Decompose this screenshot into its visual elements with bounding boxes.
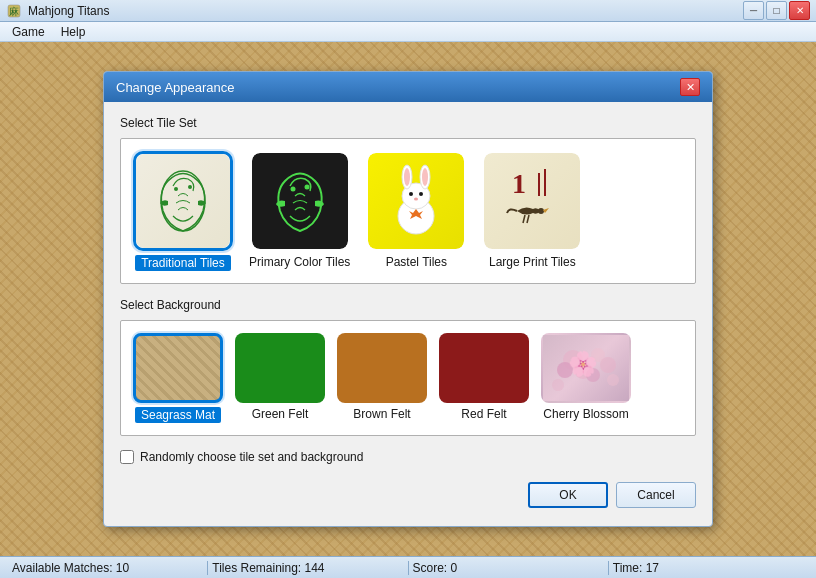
- svg-point-19: [538, 208, 544, 214]
- svg-point-13: [409, 192, 413, 196]
- bg-label-seagrass: Seagrass Mat: [135, 407, 221, 423]
- tile-grid: Traditional Tiles: [133, 151, 683, 271]
- svg-point-11: [404, 168, 410, 186]
- dialog-body: Select Tile Set: [104, 102, 712, 526]
- bg-item-brown[interactable]: Brown Felt: [337, 333, 427, 421]
- svg-point-3: [174, 187, 178, 191]
- minimize-button[interactable]: ─: [743, 1, 764, 20]
- bg-label-brown: Brown Felt: [353, 407, 410, 421]
- svg-point-23: [557, 362, 573, 378]
- svg-text:麻: 麻: [9, 6, 19, 17]
- tile-item-primary[interactable]: Primary Color Tiles: [249, 151, 350, 269]
- bg-thumb-red: [439, 333, 529, 403]
- svg-point-28: [607, 374, 619, 386]
- svg-point-5: [290, 187, 295, 192]
- bg-thumb-seagrass: [133, 333, 223, 403]
- bg-item-cherry[interactable]: Cherry Blossom: [541, 333, 631, 421]
- tile-label-pastel: Pastel Tiles: [386, 255, 447, 269]
- status-score: Score: 0: [409, 561, 609, 575]
- window-controls: ─ □ ✕: [743, 1, 810, 20]
- maximize-button[interactable]: □: [766, 1, 787, 20]
- svg-point-15: [414, 198, 418, 201]
- bg-item-green[interactable]: Green Felt: [235, 333, 325, 421]
- change-appearance-dialog: Change Appearance ✕ Select Tile Set: [103, 71, 713, 527]
- svg-point-24: [574, 361, 592, 379]
- app-title: Mahjong Titans: [28, 4, 743, 18]
- tile-item-traditional[interactable]: Traditional Tiles: [133, 151, 233, 271]
- tile-thumb-pastel: [366, 151, 466, 251]
- svg-point-4: [188, 185, 192, 189]
- svg-point-27: [586, 368, 600, 382]
- bg-label-red: Red Felt: [461, 407, 506, 421]
- status-time: Time: 17: [609, 561, 808, 575]
- random-checkbox-label: Randomly choose tile set and background: [140, 450, 363, 464]
- bg-thumb-green: [235, 333, 325, 403]
- tile-item-large[interactable]: 1: [482, 151, 582, 269]
- bg-item-red[interactable]: Red Felt: [439, 333, 529, 421]
- bg-label-green: Green Felt: [252, 407, 309, 421]
- svg-point-14: [419, 192, 423, 196]
- svg-point-26: [600, 357, 616, 373]
- bg-grid: Seagrass Mat Green Felt Brown Felt: [133, 333, 683, 423]
- svg-point-6: [304, 185, 309, 190]
- tile-thumb-large: 1: [482, 151, 582, 251]
- dialog-footer: OK Cancel: [120, 478, 696, 512]
- menu-help[interactable]: Help: [53, 23, 94, 41]
- app-icon: 麻: [6, 3, 22, 19]
- random-checkbox[interactable]: [120, 450, 134, 464]
- bg-section-label: Select Background: [120, 298, 696, 312]
- random-checkbox-row: Randomly choose tile set and background: [120, 450, 696, 464]
- svg-line-20: [523, 215, 525, 223]
- tile-section-box: Traditional Tiles: [120, 138, 696, 284]
- cancel-button[interactable]: Cancel: [616, 482, 696, 508]
- menu-bar: Game Help: [0, 22, 816, 42]
- bg-thumb-brown: [337, 333, 427, 403]
- svg-point-29: [552, 379, 564, 391]
- bg-section-box: Seagrass Mat Green Felt Brown Felt: [120, 320, 696, 436]
- dialog-title-text: Change Appearance: [116, 80, 235, 95]
- bg-item-seagrass[interactable]: Seagrass Mat: [133, 333, 223, 423]
- status-matches: Available Matches: 10: [8, 561, 208, 575]
- dialog-title-bar: Change Appearance ✕: [104, 72, 712, 102]
- tile-label-large: Large Print Tiles: [489, 255, 576, 269]
- close-button[interactable]: ✕: [789, 1, 810, 20]
- tile-thumb-traditional: [133, 151, 233, 251]
- dialog-backdrop: Change Appearance ✕ Select Tile Set: [0, 42, 816, 556]
- svg-line-21: [527, 215, 529, 223]
- tile-label-traditional: Traditional Tiles: [135, 255, 231, 271]
- bg-label-cherry: Cherry Blossom: [543, 407, 628, 421]
- status-tiles: Tiles Remaining: 144: [208, 561, 408, 575]
- svg-point-12: [422, 168, 428, 186]
- tile-label-primary: Primary Color Tiles: [249, 255, 350, 269]
- tile-item-pastel[interactable]: Pastel Tiles: [366, 151, 466, 269]
- dialog-close-button[interactable]: ✕: [680, 78, 700, 96]
- bg-thumb-cherry: [541, 333, 631, 403]
- title-bar: 麻 Mahjong Titans ─ □ ✕: [0, 0, 816, 22]
- svg-text:1: 1: [512, 168, 526, 199]
- ok-button[interactable]: OK: [528, 482, 608, 508]
- tile-section-label: Select Tile Set: [120, 116, 696, 130]
- menu-game[interactable]: Game: [4, 23, 53, 41]
- status-bar: Available Matches: 10 Tiles Remaining: 1…: [0, 556, 816, 578]
- tile-thumb-primary: [250, 151, 350, 251]
